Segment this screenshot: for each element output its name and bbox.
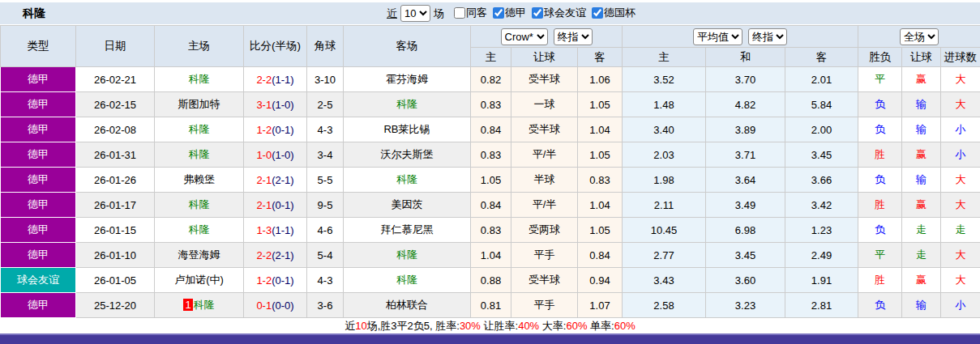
away-team-cell: 拜仁慕尼黑 bbox=[344, 218, 471, 243]
team-name: 海登海姆 bbox=[178, 248, 220, 261]
score-cell: 2-2(2-1) bbox=[244, 243, 307, 268]
match-history-panel: 科隆 近 10 场 同客德甲球会友谊德国杯 类型 日期 主场 比分(半场) 角球… bbox=[0, 0, 980, 344]
match-row: 球会友谊26-01-05卢加诺(中)1-2(0-1)4-3科隆0.88受半球0.… bbox=[1, 268, 980, 293]
score-cell: 1-2(0-1) bbox=[244, 268, 307, 293]
avg-away-odds-cell: 1.23 bbox=[785, 218, 858, 243]
halftime-score: (1-0) bbox=[272, 99, 293, 111]
result-cell: 负 bbox=[858, 293, 902, 318]
handicap-result-cell: 输 bbox=[902, 92, 941, 117]
date-cell: 26-01-26 bbox=[76, 168, 155, 193]
crown-home-odds-cell: 0.83 bbox=[471, 92, 511, 117]
result-cell: 胜 bbox=[858, 193, 902, 218]
checkbox-label: 球会友谊 bbox=[544, 6, 586, 20]
goals-cell: 大 bbox=[941, 268, 980, 293]
result-cell: 负 bbox=[858, 218, 902, 243]
avg-home-odds-cell: 10.45 bbox=[623, 218, 706, 243]
home-team-cell: 1科隆 bbox=[155, 293, 244, 318]
goals-cell: 大 bbox=[941, 67, 980, 92]
checkbox-同客[interactable] bbox=[454, 7, 465, 19]
checkbox-球会友谊[interactable] bbox=[532, 7, 543, 19]
score-cell: 1-0(1-0) bbox=[244, 142, 307, 168]
team-name: 科隆 bbox=[189, 198, 210, 210]
score-cell: 0-1(0-0) bbox=[244, 293, 307, 318]
league-cell: 德甲 bbox=[1, 117, 76, 142]
summary-segment: 60% bbox=[566, 320, 587, 332]
halftime-score: (2-1) bbox=[272, 174, 293, 186]
date-cell: 25-12-20 bbox=[76, 293, 155, 318]
avg-home-odds-cell: 2.58 bbox=[623, 293, 706, 318]
scope-select-cell: 全场 bbox=[858, 26, 980, 48]
avg-home-odds-cell: 2.03 bbox=[623, 142, 706, 168]
scope-select[interactable]: 全场 bbox=[900, 28, 939, 45]
crown-home-odds-cell: 0.82 bbox=[471, 67, 511, 92]
col-header-score: 比分(半场) bbox=[244, 26, 307, 67]
bookmaker-select[interactable]: Crow* bbox=[501, 28, 548, 45]
handicap-result-cell: 赢 bbox=[902, 268, 941, 293]
goals-cell: 大 bbox=[941, 92, 980, 117]
col-header-date: 日期 bbox=[76, 26, 155, 67]
score-cell: 2-1(2-1) bbox=[244, 168, 307, 193]
league-cell: 德甲 bbox=[1, 243, 76, 268]
summary-segment: 让胜率: bbox=[481, 320, 518, 332]
fulltime-score: 0-1 bbox=[256, 299, 272, 312]
corners-cell: 5-4 bbox=[307, 243, 344, 268]
fulltime-score: 2-2 bbox=[256, 249, 272, 261]
score-cell: 1-3(1-1) bbox=[244, 218, 307, 243]
result-cell: 胜 bbox=[858, 268, 902, 293]
crown-away-odds-cell: 0.94 bbox=[578, 268, 623, 293]
avg-stage-select[interactable]: 终指 bbox=[748, 28, 787, 45]
summary-segment: 60% bbox=[614, 320, 636, 332]
home-team-cell: 科隆 bbox=[155, 218, 244, 243]
avg-away-odds-cell: 2.49 bbox=[785, 243, 858, 268]
sub-header-result: 胜负 bbox=[858, 48, 902, 67]
match-row: 德甲26-01-31科隆1-0(1-0)3-4沃尔夫斯堡0.83平/半1.052… bbox=[1, 142, 980, 168]
corners-cell: 3-4 bbox=[307, 142, 344, 168]
goals-cell: 小 bbox=[941, 117, 980, 142]
team-name: 霍芬海姆 bbox=[386, 73, 428, 85]
avg-home-odds-cell: 3.40 bbox=[623, 117, 706, 142]
crown-away-odds-cell: 1.06 bbox=[578, 67, 623, 92]
fulltime-score: 2-1 bbox=[256, 174, 272, 186]
match-row: 德甲26-01-10海登海姆2-2(2-1)5-4科隆1.04平手0.842.7… bbox=[1, 243, 980, 268]
crown-home-odds-cell: 0.83 bbox=[471, 142, 511, 168]
home-team-cell: 弗赖堡 bbox=[155, 168, 244, 193]
odds-stage-select[interactable]: 终指 bbox=[554, 28, 593, 45]
average-select[interactable]: 平均值 bbox=[693, 28, 742, 45]
avg-away-odds-cell: 3.45 bbox=[785, 142, 858, 168]
crown-away-odds-cell: 0.84 bbox=[578, 243, 623, 268]
date-cell: 26-02-21 bbox=[76, 67, 155, 92]
avg-away-odds-cell: 2.01 bbox=[785, 67, 858, 92]
result-cell: 负 bbox=[858, 168, 902, 193]
odds-selects-cell: Crow* 终指 bbox=[471, 26, 623, 48]
near-link[interactable]: 近 bbox=[387, 6, 397, 21]
home-team-cell: 科隆 bbox=[155, 117, 244, 142]
summary-line: 近10场,胜3平2负5, 胜率:30% 让胜率:40% 大率:60% 单率:60… bbox=[0, 319, 980, 333]
sub-header-odds-away: 客 bbox=[578, 48, 623, 67]
crown-away-odds-cell: 1.05 bbox=[578, 218, 623, 243]
away-team-cell: 科隆 bbox=[344, 92, 471, 117]
checkbox-德甲[interactable] bbox=[493, 7, 504, 19]
handicap-result-cell: 赢 bbox=[902, 142, 941, 168]
summary-segment: 大率: bbox=[539, 320, 566, 332]
checkbox-德国杯[interactable] bbox=[592, 7, 603, 19]
avg-away-odds-cell: 2.81 bbox=[785, 293, 858, 318]
team-name: 拜仁慕尼黑 bbox=[381, 223, 434, 236]
match-count-select[interactable]: 10 bbox=[400, 5, 430, 22]
corners-cell: 4-6 bbox=[307, 218, 344, 243]
filter-bar: 近 10 场 同客德甲球会友谊德国杯 bbox=[387, 2, 636, 24]
handicap-result-cell: 输 bbox=[902, 168, 941, 193]
team-name: 科隆 bbox=[189, 148, 210, 160]
corners-cell: 2-5 bbox=[307, 92, 344, 117]
handicap-cell: 平/半 bbox=[511, 142, 578, 168]
away-team-cell: 霍芬海姆 bbox=[344, 67, 471, 92]
avg-draw-odds-cell: 3.71 bbox=[706, 142, 785, 168]
avg-away-odds-cell: 3.66 bbox=[785, 168, 858, 193]
score-cell: 1-2(0-1) bbox=[244, 117, 307, 142]
goals-cell: 大 bbox=[941, 243, 980, 268]
home-team-cell: 卢加诺(中) bbox=[155, 268, 244, 293]
crown-home-odds-cell: 0.84 bbox=[471, 193, 511, 218]
league-cell: 德甲 bbox=[1, 168, 76, 193]
avg-draw-odds-cell: 3.49 bbox=[706, 193, 785, 218]
handicap-cell: 平手 bbox=[511, 243, 578, 268]
handicap-result-cell: 走 bbox=[902, 243, 941, 268]
